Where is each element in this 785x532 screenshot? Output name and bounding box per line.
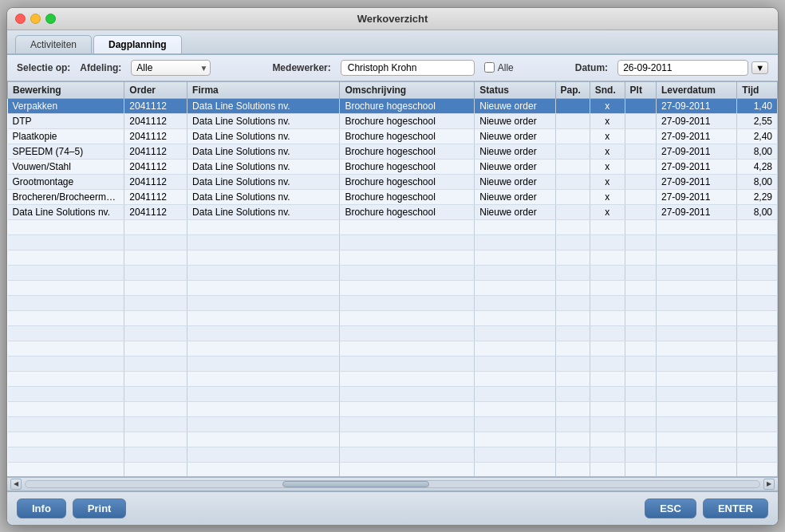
cell-empty-leverdatum	[657, 219, 737, 234]
cell-empty-firma	[187, 401, 340, 416]
table-row[interactable]: Vouwen/Stahl2041112Data Line Solutions n…	[8, 159, 778, 174]
alle-checkbox[interactable]	[484, 62, 495, 73]
scrollbar-area: ◀ ▶	[7, 477, 778, 491]
datum-picker-button[interactable]: ▼	[751, 61, 768, 74]
cell-empty-status	[475, 416, 555, 432]
cell-empty-snd	[590, 234, 625, 250]
table-row[interactable]: Verpakken2041112Data Line Solutions nv.B…	[8, 98, 778, 113]
cell-snd: x	[590, 159, 625, 174]
cell-empty-tijd	[737, 462, 778, 477]
cell-bewerking: Grootmontage	[8, 174, 124, 189]
table-row[interactable]: Brocheren/Brocheermachi2041112Data Line …	[8, 189, 778, 204]
cell-empty-snd	[590, 416, 625, 432]
table-row-empty	[8, 356, 778, 371]
cell-empty-plt	[625, 462, 656, 477]
cell-empty-pap	[555, 356, 590, 371]
cell-plt	[625, 174, 656, 189]
scroll-left-button[interactable]: ◀	[10, 479, 22, 490]
maximize-button[interactable]	[45, 14, 56, 24]
cell-empty-pap	[555, 295, 590, 310]
cell-empty-firma	[187, 280, 340, 295]
table-container: Bewerking Order Firma Omschrijving Statu…	[7, 81, 778, 477]
alle-checkbox-label: Alle	[484, 62, 514, 73]
col-header-plt: Plt	[625, 81, 656, 98]
tab-activiteiten[interactable]: Activiteiten	[15, 35, 92, 53]
cell-empty-plt	[625, 386, 656, 401]
minimize-button[interactable]	[30, 14, 41, 24]
cell-empty-omschrijving	[340, 295, 475, 310]
cell-empty-omschrijving	[340, 325, 475, 341]
bottom-bar: Info Print ESC ENTER	[7, 491, 778, 525]
cell-status: Nieuwe order	[475, 98, 555, 113]
cell-plt	[625, 189, 656, 204]
cell-empty-status	[475, 432, 555, 447]
scrollbar-track[interactable]	[25, 480, 760, 488]
cell-leverdatum: 27-09-2011	[657, 189, 737, 204]
cell-empty-plt	[625, 310, 656, 325]
table-row-empty	[8, 280, 778, 295]
cell-empty-order	[124, 280, 187, 295]
cell-empty-plt	[625, 325, 656, 341]
cell-plt	[625, 128, 656, 144]
cell-empty-pap	[555, 219, 590, 234]
cell-empty-status	[475, 280, 555, 295]
datum-input[interactable]	[617, 60, 748, 76]
cell-empty-firma	[187, 462, 340, 477]
cell-plt	[625, 98, 656, 113]
cell-empty-plt	[625, 250, 656, 265]
cell-empty-status	[475, 462, 555, 477]
table-row-empty	[8, 310, 778, 325]
cell-empty-firma	[187, 356, 340, 371]
cell-pap	[555, 189, 590, 204]
table-row[interactable]: Data Line Solutions nv.2041112Data Line …	[8, 204, 778, 219]
cell-empty-omschrijving	[340, 250, 475, 265]
cell-order: 2041112	[124, 204, 187, 219]
cell-empty-pap	[555, 371, 590, 386]
col-header-firma: Firma	[187, 81, 340, 98]
cell-empty-tijd	[737, 386, 778, 401]
cell-order: 2041112	[124, 144, 187, 159]
scrollbar-thumb[interactable]	[282, 481, 429, 487]
cell-empty-bewerking	[8, 295, 124, 310]
cell-omschrijving: Brochure hogeschool	[340, 204, 475, 219]
cell-empty-order	[124, 250, 187, 265]
table-row-empty	[8, 265, 778, 280]
cell-empty-pap	[555, 462, 590, 477]
table-row[interactable]: DTP2041112Data Line Solutions nv.Brochur…	[8, 113, 778, 128]
traffic-lights	[15, 14, 56, 24]
cell-empty-tijd	[737, 356, 778, 371]
table-row-empty	[8, 371, 778, 386]
scroll-right-button[interactable]: ▶	[763, 479, 775, 490]
cell-pap	[555, 98, 590, 113]
data-table: Bewerking Order Firma Omschrijving Statu…	[7, 81, 778, 477]
enter-button[interactable]: ENTER	[703, 499, 768, 518]
cell-empty-pap	[555, 401, 590, 416]
title-bar: Werkoverzicht	[7, 8, 778, 30]
cell-firma: Data Line Solutions nv.	[187, 98, 340, 113]
info-button[interactable]: Info	[17, 499, 66, 518]
cell-empty-omschrijving	[340, 386, 475, 401]
cell-empty-bewerking	[8, 234, 124, 250]
table-row[interactable]: SPEEDM (74–5)2041112Data Line Solutions …	[8, 144, 778, 159]
cell-empty-plt	[625, 416, 656, 432]
cell-tijd: 2,29	[737, 189, 778, 204]
esc-button[interactable]: ESC	[645, 499, 696, 518]
table-row[interactable]: Plaatkopie2041112Data Line Solutions nv.…	[8, 128, 778, 144]
cell-bewerking: Vouwen/Stahl	[8, 159, 124, 174]
cell-empty-order	[124, 386, 187, 401]
afdeling-select[interactable]: Alle	[131, 60, 211, 76]
table-row-empty	[8, 234, 778, 250]
cell-empty-leverdatum	[657, 356, 737, 371]
cell-leverdatum: 27-09-2011	[657, 113, 737, 128]
cell-empty-tijd	[737, 250, 778, 265]
tab-dagplanning[interactable]: Dagplanning	[93, 35, 182, 53]
close-button[interactable]	[15, 14, 26, 24]
cell-status: Nieuwe order	[475, 204, 555, 219]
print-button[interactable]: Print	[73, 499, 127, 518]
medewerker-input[interactable]	[341, 60, 475, 76]
cell-empty-leverdatum	[657, 234, 737, 250]
table-row[interactable]: Grootmontage2041112Data Line Solutions n…	[8, 174, 778, 189]
cell-empty-firma	[187, 371, 340, 386]
cell-empty-order	[124, 371, 187, 386]
cell-empty-plt	[625, 265, 656, 280]
